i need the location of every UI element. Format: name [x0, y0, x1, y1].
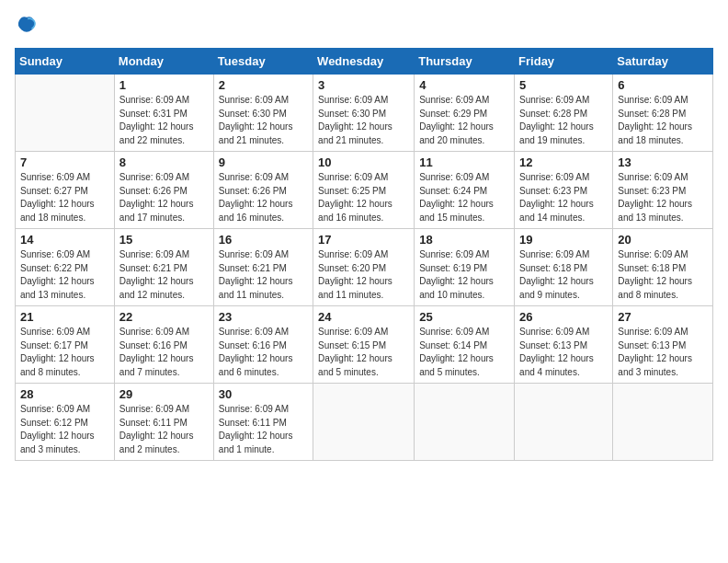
day-number: 17 — [318, 233, 409, 247]
calendar-cell — [415, 384, 515, 461]
calendar-cell: 25Sunrise: 6:09 AM Sunset: 6:14 PM Dayli… — [415, 306, 515, 384]
weekday-header-monday: Monday — [114, 49, 213, 75]
day-number: 5 — [519, 78, 608, 92]
calendar-cell — [613, 384, 713, 461]
calendar-cell: 30Sunrise: 6:09 AM Sunset: 6:11 PM Dayli… — [213, 384, 313, 461]
day-number: 4 — [419, 78, 509, 92]
day-info: Sunrise: 6:09 AM Sunset: 6:13 PM Dayligh… — [618, 326, 708, 379]
day-info: Sunrise: 6:09 AM Sunset: 6:16 PM Dayligh… — [219, 326, 308, 379]
day-info: Sunrise: 6:09 AM Sunset: 6:26 PM Dayligh… — [119, 171, 209, 224]
day-info: Sunrise: 6:09 AM Sunset: 6:23 PM Dayligh… — [618, 171, 708, 224]
calendar-cell: 8Sunrise: 6:09 AM Sunset: 6:26 PM Daylig… — [114, 152, 213, 229]
day-info: Sunrise: 6:09 AM Sunset: 6:20 PM Dayligh… — [318, 248, 409, 302]
day-number: 18 — [419, 233, 509, 247]
day-number: 9 — [219, 155, 308, 169]
weekday-header-wednesday: Wednesday — [313, 49, 415, 75]
day-number: 26 — [519, 310, 608, 324]
day-number: 6 — [618, 78, 708, 92]
calendar-cell: 29Sunrise: 6:09 AM Sunset: 6:11 PM Dayli… — [114, 384, 213, 461]
day-number: 19 — [519, 233, 608, 247]
calendar-cell: 6Sunrise: 6:09 AM Sunset: 6:28 PM Daylig… — [613, 75, 713, 152]
calendar-cell: 5Sunrise: 6:09 AM Sunset: 6:28 PM Daylig… — [515, 75, 613, 152]
day-number: 21 — [20, 310, 109, 324]
day-info: Sunrise: 6:09 AM Sunset: 6:21 PM Dayligh… — [219, 248, 308, 302]
logo — [15, 15, 37, 39]
calendar-cell — [313, 384, 415, 461]
day-info: Sunrise: 6:09 AM Sunset: 6:11 PM Dayligh… — [219, 403, 308, 456]
day-number: 25 — [419, 310, 509, 324]
day-number: 20 — [618, 233, 708, 247]
day-number: 2 — [219, 78, 308, 92]
calendar-cell — [515, 384, 613, 461]
day-info: Sunrise: 6:09 AM Sunset: 6:13 PM Dayligh… — [519, 326, 608, 379]
day-number: 10 — [318, 155, 409, 169]
calendar-cell: 14Sunrise: 6:09 AM Sunset: 6:22 PM Dayli… — [16, 229, 115, 306]
calendar-cell: 7Sunrise: 6:09 AM Sunset: 6:27 PM Daylig… — [16, 152, 115, 229]
day-number: 30 — [219, 387, 308, 401]
weekday-header-saturday: Saturday — [613, 49, 713, 75]
weekday-header-tuesday: Tuesday — [213, 49, 313, 75]
calendar-cell: 26Sunrise: 6:09 AM Sunset: 6:13 PM Dayli… — [515, 306, 613, 384]
day-number: 12 — [519, 155, 608, 169]
day-info: Sunrise: 6:09 AM Sunset: 6:12 PM Dayligh… — [20, 403, 109, 456]
day-info: Sunrise: 6:09 AM Sunset: 6:18 PM Dayligh… — [519, 248, 608, 302]
day-info: Sunrise: 6:09 AM Sunset: 6:24 PM Dayligh… — [419, 171, 509, 224]
calendar-cell: 10Sunrise: 6:09 AM Sunset: 6:25 PM Dayli… — [313, 152, 415, 229]
calendar-cell: 4Sunrise: 6:09 AM Sunset: 6:29 PM Daylig… — [415, 75, 515, 152]
calendar-cell: 1Sunrise: 6:09 AM Sunset: 6:31 PM Daylig… — [114, 75, 213, 152]
day-info: Sunrise: 6:09 AM Sunset: 6:25 PM Dayligh… — [318, 171, 409, 224]
day-info: Sunrise: 6:09 AM Sunset: 6:16 PM Dayligh… — [119, 326, 209, 379]
day-number: 23 — [219, 310, 308, 324]
calendar-cell — [16, 75, 115, 152]
calendar-cell: 17Sunrise: 6:09 AM Sunset: 6:20 PM Dayli… — [313, 229, 415, 306]
day-info: Sunrise: 6:09 AM Sunset: 6:31 PM Dayligh… — [119, 94, 209, 147]
day-info: Sunrise: 6:09 AM Sunset: 6:26 PM Dayligh… — [219, 171, 308, 224]
day-info: Sunrise: 6:09 AM Sunset: 6:29 PM Dayligh… — [419, 94, 509, 147]
day-info: Sunrise: 6:09 AM Sunset: 6:11 PM Dayligh… — [119, 403, 209, 456]
calendar-cell: 22Sunrise: 6:09 AM Sunset: 6:16 PM Dayli… — [114, 306, 213, 384]
day-info: Sunrise: 6:09 AM Sunset: 6:30 PM Dayligh… — [219, 94, 308, 147]
day-number: 28 — [20, 387, 109, 401]
day-number: 14 — [20, 233, 109, 247]
day-number: 22 — [119, 310, 209, 324]
calendar-cell: 15Sunrise: 6:09 AM Sunset: 6:21 PM Dayli… — [114, 229, 213, 306]
day-number: 16 — [219, 233, 308, 247]
calendar-cell: 23Sunrise: 6:09 AM Sunset: 6:16 PM Dayli… — [213, 306, 313, 384]
day-info: Sunrise: 6:09 AM Sunset: 6:23 PM Dayligh… — [519, 171, 608, 224]
day-number: 13 — [618, 155, 708, 169]
calendar-cell: 12Sunrise: 6:09 AM Sunset: 6:23 PM Dayli… — [515, 152, 613, 229]
day-info: Sunrise: 6:09 AM Sunset: 6:15 PM Dayligh… — [318, 326, 409, 379]
calendar-cell: 27Sunrise: 6:09 AM Sunset: 6:13 PM Dayli… — [613, 306, 713, 384]
calendar-cell: 19Sunrise: 6:09 AM Sunset: 6:18 PM Dayli… — [515, 229, 613, 306]
weekday-header-thursday: Thursday — [415, 49, 515, 75]
day-info: Sunrise: 6:09 AM Sunset: 6:17 PM Dayligh… — [20, 326, 109, 379]
day-info: Sunrise: 6:09 AM Sunset: 6:28 PM Dayligh… — [519, 94, 608, 147]
day-info: Sunrise: 6:09 AM Sunset: 6:14 PM Dayligh… — [419, 326, 509, 379]
calendar-cell: 18Sunrise: 6:09 AM Sunset: 6:19 PM Dayli… — [415, 229, 515, 306]
day-number: 24 — [318, 310, 409, 324]
calendar-cell: 3Sunrise: 6:09 AM Sunset: 6:30 PM Daylig… — [313, 75, 415, 152]
calendar-cell: 21Sunrise: 6:09 AM Sunset: 6:17 PM Dayli… — [16, 306, 115, 384]
day-info: Sunrise: 6:09 AM Sunset: 6:19 PM Dayligh… — [419, 248, 509, 302]
calendar-cell: 2Sunrise: 6:09 AM Sunset: 6:30 PM Daylig… — [213, 75, 313, 152]
calendar-cell: 16Sunrise: 6:09 AM Sunset: 6:21 PM Dayli… — [213, 229, 313, 306]
day-number: 11 — [419, 155, 509, 169]
calendar-cell: 28Sunrise: 6:09 AM Sunset: 6:12 PM Dayli… — [16, 384, 115, 461]
calendar-cell: 9Sunrise: 6:09 AM Sunset: 6:26 PM Daylig… — [213, 152, 313, 229]
day-info: Sunrise: 6:09 AM Sunset: 6:18 PM Dayligh… — [618, 248, 708, 302]
calendar-cell: 20Sunrise: 6:09 AM Sunset: 6:18 PM Dayli… — [613, 229, 713, 306]
day-number: 3 — [318, 78, 409, 92]
day-info: Sunrise: 6:09 AM Sunset: 6:27 PM Dayligh… — [20, 171, 109, 224]
day-info: Sunrise: 6:09 AM Sunset: 6:28 PM Dayligh… — [618, 94, 708, 147]
calendar-cell: 11Sunrise: 6:09 AM Sunset: 6:24 PM Dayli… — [415, 152, 515, 229]
weekday-header-friday: Friday — [515, 49, 613, 75]
day-number: 27 — [618, 310, 708, 324]
day-info: Sunrise: 6:09 AM Sunset: 6:30 PM Dayligh… — [318, 94, 409, 147]
day-info: Sunrise: 6:09 AM Sunset: 6:22 PM Dayligh… — [20, 248, 109, 302]
day-number: 15 — [119, 233, 209, 247]
day-number: 1 — [119, 78, 209, 92]
calendar-cell: 13Sunrise: 6:09 AM Sunset: 6:23 PM Dayli… — [613, 152, 713, 229]
day-number: 29 — [119, 387, 209, 401]
calendar-table: SundayMondayTuesdayWednesdayThursdayFrid… — [15, 48, 713, 461]
calendar-cell: 24Sunrise: 6:09 AM Sunset: 6:15 PM Dayli… — [313, 306, 415, 384]
